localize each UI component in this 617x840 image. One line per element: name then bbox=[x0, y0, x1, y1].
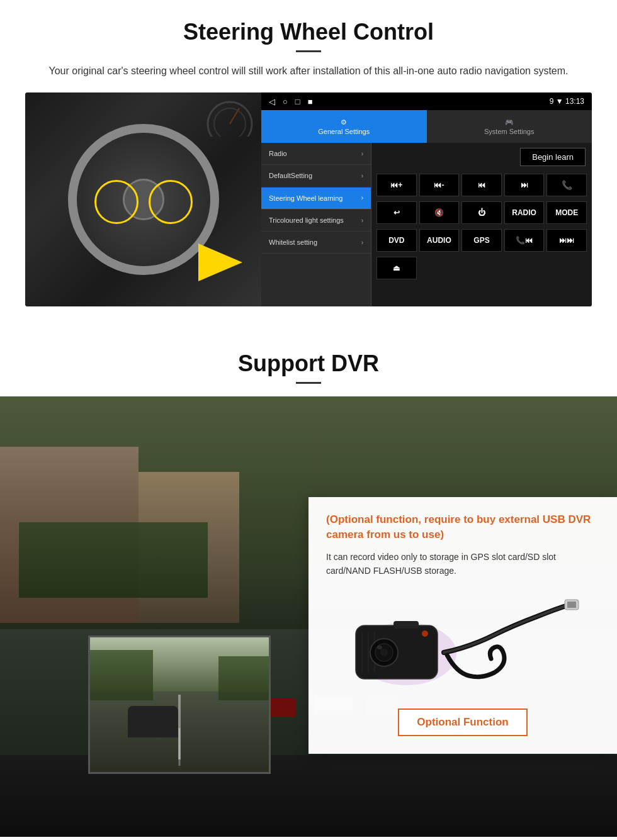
svg-rect-11 bbox=[393, 621, 419, 629]
android-statusbar: ◁ ○ □ ■ 9 ▼ 13:13 bbox=[261, 92, 592, 110]
dvr-background: (Optional function, require to buy exter… bbox=[0, 396, 617, 837]
tab-general-settings[interactable]: ⚙ General Settings bbox=[261, 110, 427, 143]
ctrl-phone-prev[interactable]: 📞⏮ bbox=[504, 229, 545, 252]
menu-steering-label: Steering Wheel learning bbox=[269, 194, 342, 203]
menu-list: Radio › DefaultSetting › Steering Wheel … bbox=[261, 143, 371, 306]
ctrl-buttons-row3: DVD AUDIO GPS 📞⏮ ⏭⏭ bbox=[371, 227, 592, 254]
ctrl-buttons-row4: ⏏ bbox=[371, 254, 592, 282]
tab-system-label: System Settings bbox=[484, 128, 534, 135]
begin-learn-row: Begin learn bbox=[371, 143, 592, 171]
svg-point-1 bbox=[214, 108, 246, 137]
arrow-overlay bbox=[198, 244, 249, 281]
ctrl-mode[interactable]: MODE bbox=[546, 201, 587, 224]
dvr-description: It can record video only to storage in G… bbox=[326, 550, 599, 578]
menu-radio-label: Radio bbox=[269, 149, 287, 158]
left-button-circle bbox=[94, 180, 139, 224]
ctrl-next-track[interactable]: ⏭ bbox=[504, 174, 545, 196]
right-button-circle bbox=[149, 180, 193, 224]
menu-whitelist-label: Whitelist setting bbox=[269, 238, 317, 247]
steering-photo bbox=[25, 92, 261, 306]
tab-system-settings[interactable]: 🎮 System Settings bbox=[427, 110, 592, 143]
dvr-optional-text: (Optional function, require to buy exter… bbox=[326, 512, 599, 542]
svg-point-10 bbox=[380, 649, 388, 656]
preview-tree-left bbox=[90, 650, 153, 700]
chevron-right-icon: › bbox=[361, 194, 363, 201]
steering-divider bbox=[296, 50, 321, 52]
dvr-preview-thumbnail bbox=[88, 636, 271, 774]
ctrl-phone[interactable]: 📞 bbox=[546, 174, 587, 196]
home-icon: ○ bbox=[283, 97, 288, 106]
svg-rect-14 bbox=[567, 602, 576, 608]
ctrl-power[interactable]: ⏻ bbox=[461, 201, 502, 224]
dvr-header: Support DVR bbox=[0, 332, 617, 396]
menu-item-steering-wheel[interactable]: Steering Wheel learning › bbox=[261, 188, 371, 210]
menu-icon: ■ bbox=[308, 97, 313, 106]
android-tabs: ⚙ General Settings 🎮 System Settings bbox=[261, 110, 592, 143]
android-panel: ◁ ○ □ ■ 9 ▼ 13:13 ⚙ General Settings 🎮 bbox=[261, 92, 592, 306]
svg-point-12 bbox=[422, 630, 428, 637]
arrow-shape bbox=[198, 244, 242, 281]
suv-silhouette bbox=[128, 706, 178, 737]
dvr-info-card: (Optional function, require to buy exter… bbox=[308, 497, 617, 754]
svg-line-2 bbox=[230, 108, 239, 124]
ctrl-buttons-row1: ⏮+ ⏮- ⏮ ⏭ 📞 bbox=[371, 171, 592, 199]
menu-item-default[interactable]: DefaultSetting › bbox=[261, 165, 371, 187]
preview-tree-right bbox=[218, 656, 269, 700]
steering-composite: ◁ ○ □ ■ 9 ▼ 13:13 ⚙ General Settings 🎮 bbox=[25, 92, 592, 306]
chevron-right-icon: › bbox=[361, 217, 363, 224]
dvr-divider bbox=[296, 382, 321, 384]
ctrl-mute[interactable]: 🔇 bbox=[419, 201, 460, 224]
ctrl-buttons-row2: ↩ 🔇 ⏻ RADIO MODE bbox=[371, 199, 592, 227]
ctrl-radio[interactable]: RADIO bbox=[504, 201, 545, 224]
steering-wheel-graphic bbox=[68, 124, 219, 275]
optional-function-button[interactable]: Optional Function bbox=[398, 708, 527, 736]
dvr-section: Support DVR (Option bbox=[0, 332, 617, 837]
steering-title: Steering Wheel Control bbox=[25, 19, 592, 45]
menu-item-tricoloured[interactable]: Tricoloured light settings › bbox=[261, 210, 371, 232]
road-marking bbox=[179, 728, 181, 766]
foliage bbox=[19, 522, 208, 598]
tab-general-label: General Settings bbox=[318, 128, 370, 135]
ctrl-audio[interactable]: AUDIO bbox=[419, 229, 460, 252]
statusbar-time: 9 ▼ 13:13 bbox=[550, 97, 584, 106]
ctrl-dvd[interactable]: DVD bbox=[376, 229, 417, 252]
menu-default-label: DefaultSetting bbox=[269, 171, 312, 180]
ctrl-vol-up[interactable]: ⏮+ bbox=[376, 174, 417, 196]
ctrl-prev-track[interactable]: ⏮ bbox=[461, 174, 502, 196]
clock: 13:13 bbox=[565, 97, 584, 106]
signal-indicator: 9 ▼ bbox=[550, 97, 563, 106]
gauge-icon bbox=[205, 99, 255, 137]
dvr-title: Support DVR bbox=[25, 350, 592, 377]
ctrl-hang-up[interactable]: ↩ bbox=[376, 201, 417, 224]
back-icon: ◁ bbox=[269, 97, 275, 106]
dvr-camera-illustration bbox=[326, 588, 599, 695]
ctrl-eject[interactable]: ⏏ bbox=[376, 257, 417, 279]
chevron-right-icon: › bbox=[361, 172, 363, 179]
optional-function-wrapper: Optional Function bbox=[326, 702, 599, 736]
chevron-right-icon: › bbox=[361, 239, 363, 246]
menu-tricoloured-label: Tricoloured light settings bbox=[269, 216, 344, 225]
menu-item-whitelist[interactable]: Whitelist setting › bbox=[261, 232, 371, 254]
chevron-right-icon: › bbox=[361, 150, 363, 157]
ctrl-next-skip[interactable]: ⏭⏭ bbox=[546, 229, 587, 252]
recent-icon: □ bbox=[295, 97, 300, 106]
menu-item-radio[interactable]: Radio › bbox=[261, 143, 371, 165]
ctrl-vol-down[interactable]: ⏮- bbox=[419, 174, 460, 196]
svg-point-15 bbox=[377, 646, 382, 649]
statusbar-nav-icons: ◁ ○ □ ■ bbox=[269, 97, 313, 106]
dvr-camera-svg bbox=[343, 591, 582, 692]
gear-icon: ⚙ bbox=[341, 118, 347, 126]
control-panel: Begin learn ⏮+ ⏮- ⏮ ⏭ 📞 ↩ 🔇 ⏻ bbox=[371, 143, 592, 306]
steering-section: Steering Wheel Control Your original car… bbox=[0, 0, 617, 319]
begin-learn-button[interactable]: Begin learn bbox=[520, 148, 586, 166]
android-menu: Radio › DefaultSetting › Steering Wheel … bbox=[261, 143, 592, 306]
ctrl-gps[interactable]: GPS bbox=[461, 229, 502, 252]
system-icon: 🎮 bbox=[505, 118, 514, 126]
steering-subtitle: Your original car's steering wheel contr… bbox=[41, 64, 576, 79]
